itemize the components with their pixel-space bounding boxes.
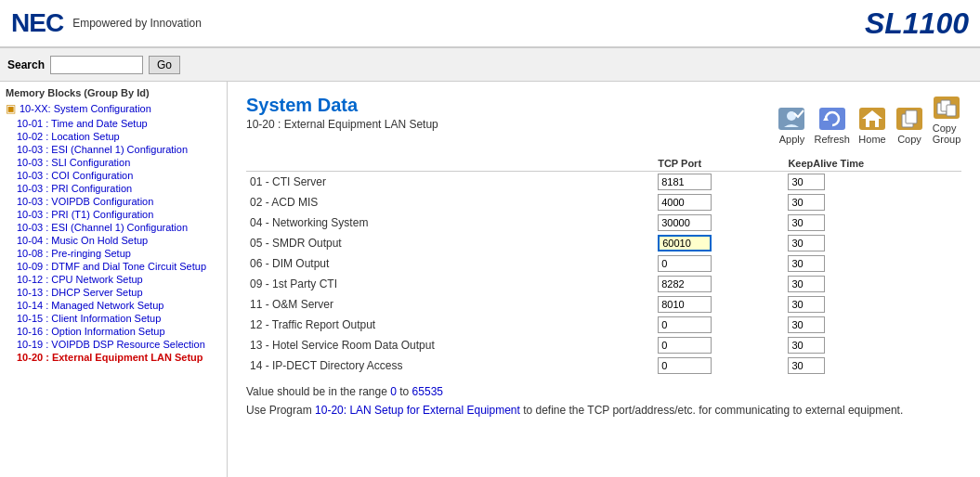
home-icon [857, 106, 887, 132]
table-row: 05 - SMDR Output [246, 233, 961, 253]
copy-group-button[interactable]: CopyGroup [932, 95, 961, 145]
keepalive-input[interactable] [788, 174, 825, 190]
sidebar-item-10-04[interactable]: 10-04 : Music On Hold Setup [0, 234, 227, 247]
table-row: 06 - DIM Output [246, 253, 961, 274]
table-row: 13 - Hotel Service Room Data Output [246, 335, 961, 355]
row-label: 11 - O&M Server [246, 294, 654, 315]
row-label: 12 - Traffic Report Output [246, 315, 654, 335]
svg-rect-2 [819, 108, 845, 130]
keepalive-input[interactable] [788, 194, 825, 211]
sidebar: Memory Blocks (Group By Id) ▣ 10-XX: Sys… [0, 82, 228, 477]
keepalive-input[interactable] [788, 255, 825, 272]
apply-button[interactable]: Apply [777, 106, 806, 145]
sidebar-item-10-08[interactable]: 10-08 : Pre-ringing Setup [0, 247, 227, 260]
row-label: 02 - ACD MIS [246, 192, 654, 213]
sidebar-group-title: Memory Blocks (Group By Id) [0, 82, 227, 100]
sidebar-section-label[interactable]: 10-XX: System Configuration [20, 103, 151, 114]
sidebar-item-10-03-prit1[interactable]: 10-03 : PRI (T1) Configuration [0, 208, 227, 221]
product-name: SL1100 [865, 6, 969, 41]
col-header-tcp: TCP Port [654, 156, 784, 172]
tcp-port-input[interactable] [658, 174, 712, 190]
toolbar: Search Go [0, 48, 980, 82]
row-label: 09 - 1st Party CTI [246, 274, 654, 294]
tcp-port-input[interactable] [658, 255, 712, 272]
sidebar-item-10-03-sli[interactable]: 10-03 : SLI Configuration [0, 156, 227, 169]
home-label: Home [858, 134, 885, 145]
table-row: 02 - ACD MIS [246, 192, 961, 213]
sidebar-item-10-19[interactable]: 10-19 : VOIPDB DSP Resource Selection [0, 338, 227, 351]
apply-label: Apply [779, 134, 805, 145]
sidebar-item-10-03-esi[interactable]: 10-03 : ESI (Channel 1) Configuration [0, 143, 227, 156]
tcp-port-input[interactable] [658, 337, 712, 354]
sidebar-item-10-14[interactable]: 10-14 : Managed Network Setup [0, 299, 227, 312]
table-row: 12 - Traffic Report Output [246, 315, 961, 335]
action-buttons: Apply Refresh [777, 95, 961, 145]
copy-icon [895, 106, 924, 132]
table-row: 04 - Networking System [246, 213, 961, 233]
copy-label: Copy [897, 134, 921, 145]
sidebar-item-10-20[interactable]: 10-20 : External Equipment LAN Setup [0, 351, 227, 364]
copy-button[interactable]: Copy [895, 106, 924, 145]
tcp-port-input[interactable] [658, 316, 712, 333]
keepalive-input[interactable] [788, 337, 825, 354]
refresh-label: Refresh [814, 134, 850, 145]
title-block: System Data 10-20 : External Equipment L… [246, 95, 438, 131]
nec-logo: NEC [11, 8, 63, 38]
tcp-port-input[interactable] [658, 194, 712, 211]
sidebar-item-10-13[interactable]: 10-13 : DHCP Server Setup [0, 286, 227, 299]
keepalive-input[interactable] [788, 316, 825, 333]
header-left: NEC Empowered by Innovation [11, 8, 202, 38]
svg-rect-9 [906, 110, 917, 123]
refresh-icon [817, 106, 847, 132]
header: NEC Empowered by Innovation SL1100 [0, 0, 980, 48]
content: System Data 10-20 : External Equipment L… [228, 82, 980, 477]
tagline: Empowered by Innovation [72, 17, 202, 30]
tcp-port-input[interactable] [658, 214, 712, 231]
search-input[interactable] [50, 56, 143, 74]
keepalive-input[interactable] [788, 296, 825, 313]
sidebar-item-10-15[interactable]: 10-15 : Client Information Setup [0, 312, 227, 325]
table-row: 14 - IP-DECT Directory Access [246, 355, 961, 376]
main-layout: Memory Blocks (Group By Id) ▣ 10-XX: Sys… [0, 82, 980, 477]
page-subtitle: 10-20 : External Equipment LAN Setup [246, 118, 438, 131]
content-header: System Data 10-20 : External Equipment L… [246, 95, 961, 145]
keepalive-input[interactable] [788, 276, 825, 292]
sidebar-item-10-03-coi[interactable]: 10-03 : COI Configuration [0, 169, 227, 182]
table-row: 09 - 1st Party CTI [246, 274, 961, 294]
sidebar-item-10-03-voip[interactable]: 10-03 : VOIPDB Configuration [0, 195, 227, 208]
home-button[interactable]: Home [857, 106, 887, 145]
search-label: Search [7, 58, 45, 71]
refresh-button[interactable]: Refresh [814, 106, 850, 145]
go-button[interactable]: Go [149, 56, 180, 74]
row-label: 05 - SMDR Output [246, 233, 654, 253]
sidebar-section-header[interactable]: ▣ 10-XX: System Configuration [0, 100, 227, 117]
sidebar-item-10-03-esi2[interactable]: 10-03 : ESI (Channel 1) Configuration [0, 221, 227, 234]
table-row: 11 - O&M Server [246, 294, 961, 315]
sidebar-item-10-01[interactable]: 10-01 : Time and Date Setup [0, 117, 227, 130]
data-table: TCP Port KeepAlive Time 01 - CTI Server0… [246, 156, 961, 376]
table-row: 01 - CTI Server [246, 172, 961, 193]
row-label: 01 - CTI Server [246, 172, 654, 193]
tcp-port-input[interactable] [658, 276, 712, 292]
tcp-port-input[interactable] [658, 357, 712, 374]
tcp-port-input[interactable] [658, 296, 712, 313]
sidebar-item-10-03-pri[interactable]: 10-03 : PRI Configuration [0, 182, 227, 195]
page-title: System Data [246, 95, 438, 116]
svg-rect-13 [947, 105, 956, 116]
apply-icon [777, 106, 806, 132]
keepalive-input[interactable] [788, 357, 825, 374]
keepalive-input[interactable] [788, 235, 825, 251]
sidebar-item-10-02[interactable]: 10-02 : Location Setup [0, 130, 227, 143]
note-usage: Use Program 10-20: LAN Setup for Externa… [246, 404, 961, 417]
folder-icon: ▣ [6, 102, 16, 115]
row-label: 13 - Hotel Service Room Data Output [246, 335, 654, 355]
sidebar-item-10-16[interactable]: 10-16 : Option Information Setup [0, 325, 227, 338]
svg-point-1 [787, 111, 796, 121]
keepalive-input[interactable] [788, 214, 825, 231]
row-label: 06 - DIM Output [246, 253, 654, 274]
tcp-port-input[interactable] [658, 235, 712, 251]
copy-group-icon [932, 95, 961, 121]
sidebar-item-10-09[interactable]: 10-09 : DTMF and Dial Tone Circuit Setup [0, 260, 227, 273]
sidebar-item-10-12[interactable]: 10-12 : CPU Network Setup [0, 273, 227, 286]
copy-group-label: CopyGroup [933, 122, 961, 145]
